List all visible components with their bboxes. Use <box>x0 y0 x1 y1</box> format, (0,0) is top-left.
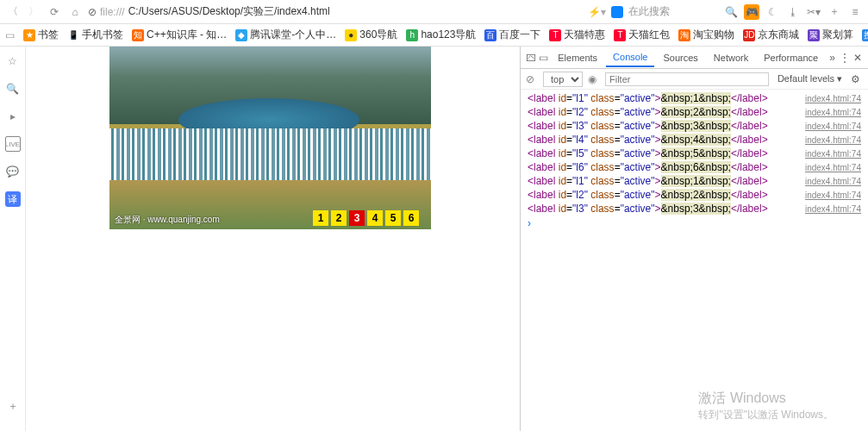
bookmark-icon: 携 <box>862 29 868 41</box>
download-icon[interactable]: ⭳ <box>785 4 801 20</box>
bookmark-item[interactable]: 携携程旅行 <box>859 28 868 42</box>
pager-button[interactable]: 6 <box>403 210 419 226</box>
devtools-panel: ⮹ ▭ Elements Console Sources Network Per… <box>520 47 868 431</box>
bookmark-item[interactable]: JD京东商城 <box>740 28 802 42</box>
console-log-row: <label id="l2" class="active">&nbsp;2&nb… <box>521 105 868 119</box>
search-icon[interactable]: 🔍 <box>723 4 739 20</box>
scissors-icon[interactable]: ✂▾ <box>806 4 821 20</box>
live-icon[interactable]: LIVE <box>5 136 21 152</box>
url-text: C:/Users/ASUS/Desktop/实验三/index4.html <box>128 4 330 19</box>
star-icon[interactable]: ☆ <box>5 53 21 69</box>
source-link[interactable]: index4.html:74 <box>805 163 861 172</box>
filter-input[interactable] <box>605 72 769 86</box>
pager-button[interactable]: 1 <box>313 210 328 226</box>
slider-image-waterfall <box>109 128 431 180</box>
source-link[interactable]: index4.html:74 <box>805 177 861 186</box>
bookmark-icon: 📱 <box>67 29 79 41</box>
home-button[interactable]: ⌂ <box>67 4 83 20</box>
bookmark-label: 百度一下 <box>499 28 540 42</box>
search-engine-icon[interactable] <box>611 6 623 18</box>
console-log-row: <label id="l1" class="active">&nbsp;1&nb… <box>521 174 868 188</box>
bookmark-item[interactable]: ★书签 <box>20 28 62 42</box>
lightning-icon[interactable]: ⚡▾ <box>588 6 606 18</box>
pager-button[interactable]: 4 <box>367 210 383 226</box>
log-levels[interactable]: Default levels ▾ <box>774 72 846 85</box>
forward-button[interactable]: 〉 <box>26 4 41 20</box>
video-icon[interactable]: ▸ <box>5 109 21 124</box>
reload-button[interactable]: ⟳ <box>47 4 62 20</box>
bookmark-item[interactable]: T天猫特惠 <box>546 28 609 42</box>
chat-icon[interactable]: 💬 <box>5 164 21 179</box>
bookmark-item[interactable]: ◆腾讯课堂-个人中… <box>232 28 340 42</box>
bookmark-label: 腾讯课堂-个人中… <box>250 28 336 42</box>
bookmark-item[interactable]: hhao123导航 <box>403 28 479 42</box>
tab-console[interactable]: Console <box>606 48 654 67</box>
console-log-row: <label id="l3" class="active">&nbsp;3&nb… <box>521 202 868 216</box>
console-filter-bar: ⊘ top ◉ Default levels ▾ ⚙ <box>521 69 868 90</box>
source-link[interactable]: index4.html:74 <box>805 191 861 200</box>
windows-activation-watermark: 激活 Windows 转到"设置"以激活 Windows。 <box>698 390 834 422</box>
bookmark-item[interactable]: 聚聚划算 <box>804 28 857 42</box>
image-slider: 全景网 · www.quanjing.com 123456 <box>109 47 431 229</box>
bookmark-icon: T <box>549 29 561 41</box>
context-select[interactable]: top <box>543 72 583 87</box>
tab-network[interactable]: Network <box>707 49 755 66</box>
address-bar[interactable]: ⊘ file:/// C:/Users/ASUS/Desktop/实验三/ind… <box>88 4 415 19</box>
source-link[interactable]: index4.html:74 <box>805 94 861 103</box>
translate-icon[interactable]: 译 <box>5 191 21 207</box>
tab-sources[interactable]: Sources <box>656 49 704 66</box>
eye-icon[interactable]: ◉ <box>588 73 600 85</box>
pager-button[interactable]: 5 <box>385 210 401 226</box>
slider-pager: 123456 <box>313 210 419 226</box>
plus-icon[interactable]: ＋ <box>827 4 842 20</box>
device-toolbar-icon[interactable]: ▭ <box>539 51 550 65</box>
source-link[interactable]: index4.html:74 <box>805 135 861 145</box>
bookmark-item[interactable]: ●360导航 <box>341 28 401 42</box>
bookmark-item[interactable]: 百百度一下 <box>481 28 544 42</box>
clear-console-icon[interactable]: ⊘ <box>526 73 538 85</box>
console-settings-icon[interactable]: ⚙ <box>851 73 863 85</box>
pager-button[interactable]: 2 <box>331 210 347 226</box>
bookmark-item[interactable]: 淘淘宝购物 <box>675 28 738 42</box>
source-link[interactable]: index4.html:74 <box>805 122 861 131</box>
bookmark-icon: 淘 <box>678 29 690 41</box>
bookmark-item[interactable]: 📱手机书签 <box>64 28 127 42</box>
tabs-more-icon[interactable]: » <box>827 51 838 65</box>
source-link[interactable]: index4.html:74 <box>805 149 861 159</box>
pager-button[interactable]: 3 <box>349 210 365 226</box>
page-content: 全景网 · www.quanjing.com 123456 <box>26 47 520 431</box>
search-sidebar-icon[interactable]: 🔍 <box>5 81 21 97</box>
bookmark-label: 书签 <box>38 28 59 42</box>
console-log-row: <label id="l6" class="active">&nbsp;6&nb… <box>521 160 868 174</box>
browser-toolbar: 〈 〉 ⟳ ⌂ ⊘ file:/// C:/Users/ASUS/Desktop… <box>0 0 868 24</box>
bookmark-label: 京东商城 <box>758 28 799 42</box>
console-log-row: <label id="l1" class="active">&nbsp;1&nb… <box>521 91 868 105</box>
bookmark-item[interactable]: T天猫红包 <box>610 28 673 42</box>
back-button[interactable]: 〈 <box>5 4 21 20</box>
add-sidebar-icon[interactable]: ＋ <box>5 398 21 414</box>
search-placeholder[interactable]: 在此搜索 <box>628 4 670 19</box>
source-link[interactable]: index4.html:74 <box>805 204 861 214</box>
console-log-row: <label id="l2" class="active">&nbsp;2&nb… <box>521 188 868 202</box>
bookmark-label: 手机书签 <box>82 28 123 42</box>
console-prompt[interactable]: › <box>521 216 868 231</box>
select-element-icon[interactable]: ⮹ <box>526 51 537 65</box>
bookmark-item[interactable]: 知C++知识库 - 知… <box>128 28 230 42</box>
bookmark-label: 360导航 <box>359 28 397 42</box>
console-log-row: <label id="l3" class="active">&nbsp;3&nb… <box>521 119 868 133</box>
console-log-row: <label id="l4" class="active">&nbsp;4&nb… <box>521 133 868 147</box>
moon-icon[interactable]: ☾ <box>765 4 780 20</box>
tab-performance[interactable]: Performance <box>757 49 825 66</box>
bookmark-label: hao123导航 <box>421 28 476 42</box>
console-output[interactable]: <label id="l1" class="active">&nbsp;1&nb… <box>521 90 868 431</box>
menu-icon[interactable]: ≡ <box>847 4 863 20</box>
devtools-close-icon[interactable]: ✕ <box>852 51 863 65</box>
game-icon[interactable]: 🎮 <box>744 4 759 20</box>
sidebar-toggle-icon[interactable]: ▭ <box>5 29 15 41</box>
bookmark-label: 天猫红包 <box>628 28 670 42</box>
bookmark-label: 淘宝购物 <box>693 28 734 42</box>
tab-elements[interactable]: Elements <box>551 49 604 66</box>
devtools-menu-icon[interactable]: ⋮ <box>840 51 851 65</box>
shield-icon: ⊘ <box>88 6 97 18</box>
source-link[interactable]: index4.html:74 <box>805 108 861 117</box>
